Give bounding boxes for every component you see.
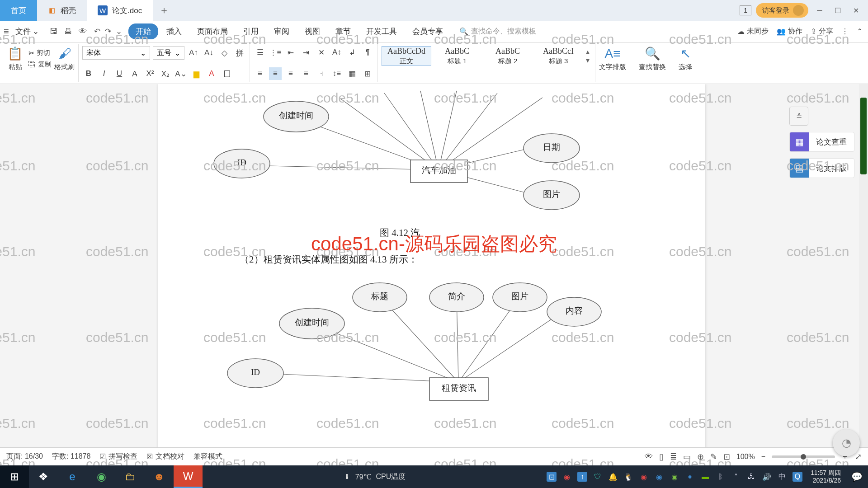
file-menu[interactable]: 文件⌄ xyxy=(12,26,42,37)
select-button[interactable]: ↖选择 xyxy=(679,46,692,71)
share-button[interactable]: ⇪分享 xyxy=(811,27,833,36)
task-wps[interactable]: W xyxy=(174,465,203,488)
close-button[interactable]: ✕ xyxy=(849,4,863,17)
task-ie[interactable]: e xyxy=(58,465,87,488)
style-normal[interactable]: AaBbCcDd正文 xyxy=(382,46,431,66)
tray-shield-icon[interactable]: 🛡 xyxy=(593,472,603,482)
tray-icon[interactable]: ◉ xyxy=(670,472,679,482)
font-select[interactable]: 宋体⌄ xyxy=(82,46,150,60)
proofread[interactable]: ☒文档校对 xyxy=(146,452,184,461)
text-effect-button[interactable]: A⌄ xyxy=(175,67,187,80)
maximize-button[interactable]: ☐ xyxy=(831,4,844,17)
page-view-icon[interactable]: ▯ xyxy=(659,452,664,462)
align-left-button[interactable]: ≡ xyxy=(254,67,266,80)
chevron-down-icon[interactable]: ⌄ xyxy=(116,27,122,36)
font-size-select[interactable]: 五号⌄ xyxy=(153,46,184,60)
preview-icon[interactable]: 👁 xyxy=(79,27,87,36)
find-replace-button[interactable]: 🔍查找替换 xyxy=(639,46,666,71)
superscript-button[interactable]: X² xyxy=(144,67,156,80)
zoom-knob[interactable] xyxy=(801,454,806,460)
ribbon-tab-pagelayout[interactable]: 页面布局 xyxy=(190,23,235,39)
task-edge[interactable]: ◉ xyxy=(87,465,116,488)
char-scale-button[interactable]: ✕ xyxy=(315,46,328,59)
shading-button[interactable]: ▦ xyxy=(346,67,359,80)
ribbon-tab-members[interactable]: 会员专享 xyxy=(405,23,450,39)
web-view-icon[interactable]: ⊕ xyxy=(697,452,704,462)
outline-view-icon[interactable]: ≣ xyxy=(670,452,677,462)
bold-button[interactable]: B xyxy=(82,67,95,80)
tab-daoqiao[interactable]: ◧ 稻壳 xyxy=(37,0,87,21)
style-scroll-down[interactable]: ▾ xyxy=(586,56,590,65)
borders-button[interactable]: ⊞ xyxy=(361,67,374,80)
ruler-icon[interactable]: ⊡ xyxy=(723,452,730,462)
zoom-out-button[interactable]: − xyxy=(761,453,765,461)
tray-icon[interactable]: Q xyxy=(793,472,802,482)
outdent-button[interactable]: ⇤ xyxy=(284,46,297,59)
bullets-button[interactable]: ☰ xyxy=(254,46,266,59)
line-spacing-button[interactable]: ↕≡ xyxy=(330,67,343,80)
shrink-font-icon[interactable]: A↓ xyxy=(203,47,215,59)
taskbar-clock[interactable]: 11:57 周四 2021/8/26 xyxy=(806,469,845,484)
coop-button[interactable]: 👥协作 xyxy=(777,27,802,36)
distribute-button[interactable]: ⫞ xyxy=(315,67,328,80)
subscript-button[interactable]: X₂ xyxy=(159,67,172,80)
tray-ime-icon[interactable]: 中 xyxy=(777,472,787,482)
ribbon-tab-view[interactable]: 视图 xyxy=(297,23,327,39)
reading-view-icon[interactable]: ▭ xyxy=(683,452,691,462)
char-border-button[interactable]: 囗 xyxy=(221,67,233,80)
hamburger-icon[interactable]: ≡ xyxy=(4,26,9,37)
grow-font-icon[interactable]: A↑ xyxy=(187,47,200,59)
highlight-button[interactable]: ▆ xyxy=(190,67,203,80)
tray-network-icon[interactable]: 🖧 xyxy=(746,472,756,482)
font-color-button[interactable]: A xyxy=(205,67,218,80)
style-h3[interactable]: AaBbCcI标题 3 xyxy=(533,46,583,66)
tab-home[interactable]: 首页 xyxy=(0,0,37,21)
sync-status[interactable]: ☁未同步 xyxy=(737,27,769,36)
zoom-slider[interactable] xyxy=(772,455,835,458)
tab-document[interactable]: W 论文.doc xyxy=(87,0,153,21)
italic-button[interactable]: I xyxy=(98,67,110,80)
new-tab-button[interactable]: ＋ xyxy=(153,0,175,21)
task-explorer[interactable]: 🗀 xyxy=(116,465,145,488)
tray-icon[interactable]: 🐧 xyxy=(623,472,633,482)
scrollbar-thumb[interactable] xyxy=(860,98,867,174)
task-app-2[interactable]: ☻ xyxy=(145,465,174,488)
underline-button[interactable]: U xyxy=(113,67,126,80)
task-app-1[interactable]: ❖ xyxy=(29,465,58,488)
align-justify-button[interactable]: ≡ xyxy=(300,67,312,80)
indent-button[interactable]: ⇥ xyxy=(300,46,312,59)
text-layout-button[interactable]: A≡文字排版 xyxy=(599,47,626,71)
edit-mode-icon[interactable]: ✎ xyxy=(710,452,717,462)
tray-bluetooth-icon[interactable]: ᛒ xyxy=(716,472,726,482)
style-h2[interactable]: AaBbC标题 2 xyxy=(483,46,533,66)
ribbon-tab-start[interactable]: 开始 xyxy=(128,23,158,39)
document-area[interactable]: 创建时间 ID 日期 图片 汽车加油 图 4.12 汽 （2）租赁资讯实体属性图… xyxy=(0,84,868,465)
eye-icon[interactable]: 👁 xyxy=(645,452,653,461)
numbering-button[interactable]: ⋮≡ xyxy=(269,46,282,59)
more-icon[interactable]: ⋮ xyxy=(841,27,849,36)
tray-icon[interactable]: ↑ xyxy=(577,472,587,482)
tray-icon[interactable]: ◉ xyxy=(639,472,649,482)
strike-button[interactable]: A̵ xyxy=(128,67,141,80)
tray-icon[interactable]: ⊡ xyxy=(547,472,557,482)
tray-notification-icon[interactable]: 🔔 xyxy=(608,472,618,482)
show-marks-button[interactable]: ¶ xyxy=(361,46,374,59)
assistant-floating-button[interactable]: ◔ xyxy=(833,429,860,456)
tray-chevron-up-icon[interactable]: ˄ xyxy=(731,472,741,482)
action-center-button[interactable]: 💬 xyxy=(845,465,868,488)
sort-button[interactable]: A↕ xyxy=(330,46,343,59)
paper-layout-button[interactable]: ▤论文排版 xyxy=(789,158,854,178)
ribbon-tab-review[interactable]: 审阅 xyxy=(267,23,297,39)
paper-check-button[interactable]: ▦论文查重 xyxy=(789,132,854,152)
ribbon-tab-reference[interactable]: 引用 xyxy=(236,23,266,39)
print-icon[interactable]: 🖶 xyxy=(64,27,72,36)
phonetic-icon[interactable]: 拼 xyxy=(233,47,246,59)
badge-count[interactable]: 1 xyxy=(740,5,751,15)
minimize-button[interactable]: ─ xyxy=(813,4,826,17)
align-center-button[interactable]: ≡ xyxy=(269,67,282,80)
spell-check[interactable]: ☑拼写检查 xyxy=(99,452,137,461)
tray-nvidia-icon[interactable]: ▬ xyxy=(700,472,710,482)
cut-button[interactable]: ✂剪切 xyxy=(28,49,52,57)
copy-button[interactable]: ⿻复制 xyxy=(28,60,52,69)
page-indicator[interactable]: 页面: 16/30 xyxy=(6,452,43,461)
